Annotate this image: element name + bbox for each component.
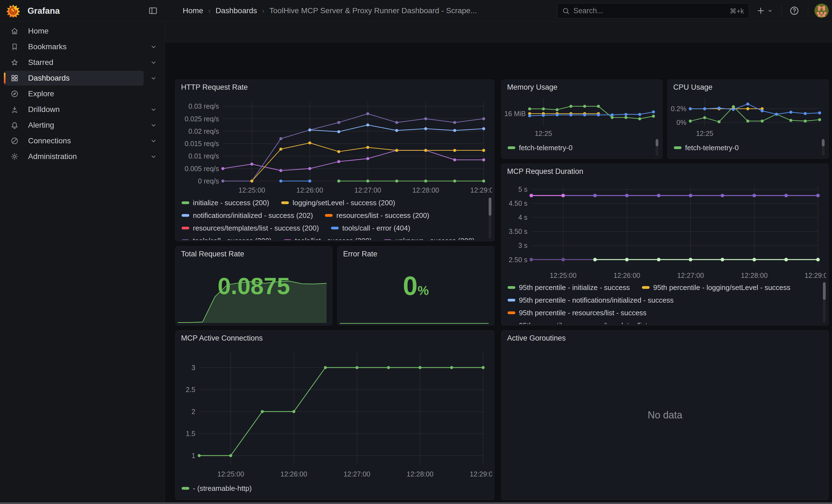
scrollbar-thumb[interactable] bbox=[656, 139, 658, 147]
legend-item[interactable]: 95th percentile - resources/templates/li… bbox=[508, 321, 680, 324]
svg-text:0.02 req/s: 0.02 req/s bbox=[188, 127, 219, 135]
breadcrumb: Home›Dashboards›ToolHive MCP Server & Pr… bbox=[183, 0, 477, 22]
legend-item[interactable]: tools/call - error (404) bbox=[331, 224, 410, 233]
legend-scrollbar bbox=[822, 139, 825, 156]
svg-text:12:27:00: 12:27:00 bbox=[677, 271, 704, 279]
mcp-active-connections-chart[interactable]: 11.522.5312:25:0012:26:0012:27:0012:28:0… bbox=[178, 347, 492, 479]
gear-icon bbox=[10, 152, 19, 161]
sidebar-item-label: Drilldown bbox=[28, 105, 60, 114]
memory-usage-chart[interactable]: 16 MiB12:25 bbox=[504, 95, 660, 138]
panel-memory-usage: Memory Usage 16 MiB12:25 fetch-telemetry… bbox=[501, 80, 662, 159]
svg-text:12:29:00: 12:29:00 bbox=[805, 271, 826, 279]
chevron-down-icon[interactable] bbox=[150, 121, 157, 129]
help-button[interactable] bbox=[789, 5, 800, 17]
legend-swatch-icon bbox=[182, 202, 189, 204]
legend-item[interactable]: resources/list - success (200) bbox=[325, 211, 429, 220]
sidebar-item-starred[interactable]: Starred bbox=[4, 55, 144, 70]
chevron-down-icon[interactable] bbox=[150, 43, 157, 51]
legend-item[interactable]: unknown - success (200) bbox=[384, 237, 475, 240]
sidebar-item-explore[interactable]: Explore bbox=[4, 86, 144, 101]
legend-label: resources/list - success (200) bbox=[336, 211, 429, 220]
svg-text:12:28:00: 12:28:00 bbox=[741, 271, 768, 279]
legend-swatch-icon bbox=[284, 239, 291, 240]
user-avatar[interactable] bbox=[814, 4, 829, 18]
legend-item[interactable]: initialize - success (200) bbox=[182, 198, 269, 207]
svg-text:0.005 req/s: 0.005 req/s bbox=[185, 165, 219, 173]
http-request-rate-chart[interactable]: 0 req/s0.005 req/s0.01 req/s0.015 req/s0… bbox=[178, 97, 492, 195]
search-icon bbox=[562, 7, 570, 15]
sidebar-item-dashboards[interactable]: Dashboards bbox=[4, 71, 144, 85]
svg-text:3: 3 bbox=[191, 364, 196, 371]
horizontal-scrollbar[interactable] bbox=[0, 502, 832, 504]
search-bar[interactable]: ⌘+k bbox=[557, 3, 749, 19]
breadcrumb-item[interactable]: Home bbox=[183, 6, 203, 15]
sidebar-item-alerting[interactable]: Alerting bbox=[4, 118, 144, 133]
legend-item[interactable]: - (streamable-http) bbox=[182, 484, 252, 493]
scrollbar-thumb[interactable] bbox=[822, 139, 825, 147]
sidebar-item-label: Explore bbox=[28, 89, 54, 98]
legend-item[interactable]: notifications/initialized - success (202… bbox=[182, 211, 313, 220]
sidebar-item-home[interactable]: Home bbox=[4, 24, 144, 38]
svg-text:12:29:00: 12:29:00 bbox=[470, 186, 492, 194]
grid-icon bbox=[10, 74, 19, 82]
chevron-down-icon[interactable] bbox=[150, 153, 157, 160]
legend-item[interactable]: 95th percentile - resources/list - succe… bbox=[508, 309, 647, 317]
svg-text:12:25:00: 12:25:00 bbox=[238, 186, 265, 194]
panel-active-goroutines: Active Goroutines No data bbox=[501, 330, 829, 500]
panel-title[interactable]: HTTP Request Rate bbox=[181, 83, 248, 91]
legend-label: 95th percentile - initialize - success bbox=[519, 283, 630, 292]
legend-item[interactable]: resources/templates/list - success (200) bbox=[182, 224, 319, 233]
sidebar-item-label: Bookmarks bbox=[28, 43, 67, 51]
legend-label: fetch-telemetry-0 bbox=[685, 143, 739, 152]
legend-item[interactable]: 95th percentile - initialize - success bbox=[508, 283, 630, 292]
panel-title[interactable]: CPU Usage bbox=[673, 83, 712, 91]
sidebar-item-administration[interactable]: Administration bbox=[4, 149, 144, 164]
scrollbar-thumb[interactable] bbox=[823, 282, 826, 300]
chevron-down-icon[interactable] bbox=[150, 137, 157, 145]
sidebar-toggle-icon[interactable] bbox=[148, 6, 158, 16]
panel-title[interactable]: MCP Request Duration bbox=[507, 167, 583, 176]
chevron-down-icon[interactable] bbox=[150, 74, 157, 82]
legend-item[interactable]: 95th percentile - notifications/initiali… bbox=[508, 296, 674, 304]
svg-text:12:29:00: 12:29:00 bbox=[470, 470, 492, 478]
sidebar-item-label: Alerting bbox=[28, 121, 54, 130]
legend-item[interactable]: tools/list - success (200) bbox=[284, 237, 372, 240]
legend-label: 95th percentile - resources/templates/li… bbox=[519, 321, 680, 324]
sidebar-item-bookmarks[interactable]: Bookmarks bbox=[4, 39, 144, 54]
panel-title[interactable]: MCP Active Connections bbox=[181, 334, 263, 343]
breadcrumb-separator: › bbox=[262, 7, 264, 15]
chevron-down-icon[interactable] bbox=[150, 59, 157, 66]
http-legend: initialize - success (200)logging/setLev… bbox=[182, 196, 479, 240]
legend-item[interactable]: fetch-telemetry-0 bbox=[508, 143, 573, 152]
sidebar-item-connections[interactable]: Connections bbox=[4, 133, 144, 148]
svg-text:12:27:00: 12:27:00 bbox=[354, 186, 381, 194]
chevron-down-icon[interactable] bbox=[150, 106, 157, 113]
legend-swatch-icon bbox=[508, 312, 515, 314]
star-icon bbox=[10, 58, 19, 67]
legend-scrollbar bbox=[489, 197, 491, 239]
svg-text:12:28:00: 12:28:00 bbox=[407, 470, 433, 478]
sidebar-item-drilldown[interactable]: Drilldown bbox=[4, 102, 144, 117]
cpu-legend: fetch-telemetry-0 bbox=[674, 141, 806, 155]
legend-swatch-icon bbox=[674, 147, 681, 149]
legend-label: notifications/initialized - success (202… bbox=[193, 211, 313, 220]
mcp-request-duration-chart[interactable]: 5 s4.50 s4 s3.50 s3 s2.50 s12:25:0012:26… bbox=[504, 181, 826, 280]
legend-label: fetch-telemetry-0 bbox=[519, 143, 573, 152]
legend-item[interactable]: fetch-telemetry-0 bbox=[674, 143, 739, 152]
legend-item[interactable]: logging/setLevel - success (200) bbox=[281, 198, 395, 207]
legend-label: logging/setLevel - success (200) bbox=[292, 198, 395, 207]
add-new-button[interactable] bbox=[756, 5, 773, 17]
connections-legend: - (streamable-http) bbox=[182, 482, 479, 496]
search-input[interactable] bbox=[573, 4, 717, 18]
legend-label: 95th percentile - notifications/initiali… bbox=[519, 296, 674, 304]
help-icon bbox=[789, 5, 800, 16]
legend-item[interactable]: 95th percentile - logging/setLevel - suc… bbox=[642, 283, 790, 292]
svg-text:1: 1 bbox=[191, 452, 196, 459]
legend-label: 95th percentile - logging/setLevel - suc… bbox=[653, 283, 790, 292]
scrollbar-thumb[interactable] bbox=[489, 197, 491, 216]
breadcrumb-item[interactable]: Dashboards bbox=[215, 6, 257, 15]
panel-title[interactable]: Memory Usage bbox=[507, 83, 557, 91]
legend-item[interactable]: tools/call - success (200) bbox=[182, 237, 271, 240]
cpu-usage-chart[interactable]: 0.2%0%12:25 bbox=[670, 95, 827, 138]
legend-swatch-icon bbox=[384, 239, 391, 240]
